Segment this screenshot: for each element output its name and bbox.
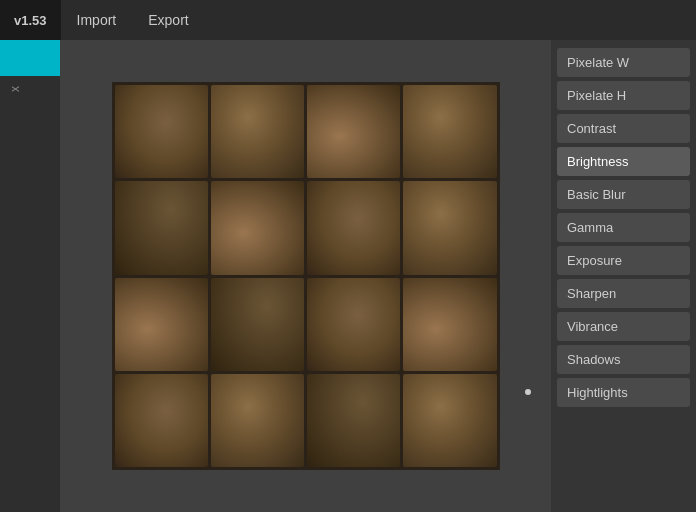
main-area: x P: [0, 40, 696, 512]
brick: [307, 374, 400, 467]
version-badge: v1.53: [0, 0, 61, 40]
brick: [403, 181, 496, 274]
brick: [403, 278, 496, 371]
filter-sharpen[interactable]: Sharpen: [557, 279, 690, 308]
left-sidebar-label: x: [0, 76, 60, 102]
brick: [211, 278, 304, 371]
right-sidebar: Pixelate W Pixelate H Contrast Brightnes…: [551, 40, 696, 512]
left-sidebar: x: [0, 40, 60, 512]
filter-shadows[interactable]: Shadows: [557, 345, 690, 374]
filter-vibrance[interactable]: Vibrance: [557, 312, 690, 341]
canvas-area: [60, 40, 551, 512]
brick: [115, 181, 208, 274]
filter-pixelate-h[interactable]: Pixelate H: [557, 81, 690, 110]
brick-grid: [112, 82, 500, 470]
brick: [115, 278, 208, 371]
import-menu[interactable]: Import: [61, 0, 133, 40]
brick: [403, 374, 496, 467]
brick: [307, 85, 400, 178]
filter-contrast[interactable]: Contrast: [557, 114, 690, 143]
brick: [211, 181, 304, 274]
brick: [403, 85, 496, 178]
brick: [115, 374, 208, 467]
filter-brightness[interactable]: Brightness: [557, 147, 690, 176]
texture-preview: [112, 82, 500, 470]
export-menu[interactable]: Export: [132, 0, 204, 40]
filter-pixelate-w[interactable]: Pixelate W: [557, 48, 690, 77]
filter-gamma[interactable]: Gamma: [557, 213, 690, 242]
filter-highlights[interactable]: Hightlights: [557, 378, 690, 407]
left-sidebar-tab[interactable]: [0, 40, 60, 76]
brick: [307, 181, 400, 274]
cursor-pointer: [525, 389, 533, 397]
brick: [211, 85, 304, 178]
filter-basic-blur[interactable]: Basic Blur: [557, 180, 690, 209]
brick: [115, 85, 208, 178]
filter-exposure[interactable]: Exposure: [557, 246, 690, 275]
top-bar: v1.53 Import Export: [0, 0, 696, 40]
brick: [211, 374, 304, 467]
brick: [307, 278, 400, 371]
